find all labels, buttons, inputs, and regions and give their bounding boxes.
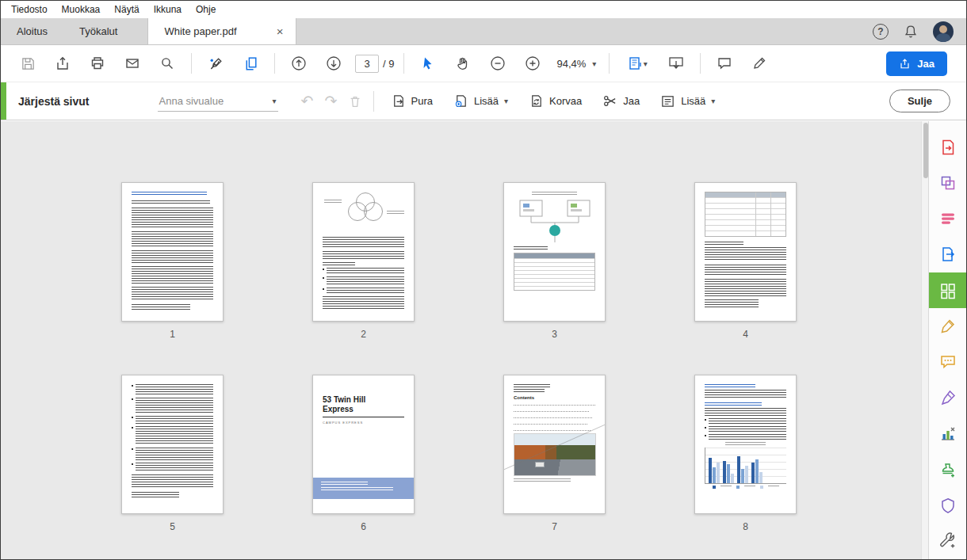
comment-tool-icon[interactable] [929, 345, 967, 380]
mini-bullet-row [705, 426, 786, 432]
replace-pages-button[interactable]: Korvaa [522, 89, 589, 113]
menu-ohje[interactable]: Ohje [189, 2, 223, 17]
zoom-level-dropdown[interactable]: 94,4% ▾ [550, 58, 602, 70]
share-file-icon[interactable] [50, 51, 75, 76]
page-cell: 3 [459, 182, 650, 340]
save-icon[interactable] [15, 51, 40, 76]
menu-muokkaa[interactable]: Muokkaa [55, 2, 108, 17]
delete-pages-icon[interactable] [343, 94, 367, 109]
zoom-in-icon[interactable] [520, 51, 545, 76]
mini-bullet-row [132, 398, 213, 413]
export-excel-icon[interactable] [929, 416, 967, 451]
page-thumbnails-area[interactable]: 1 [1, 121, 921, 559]
extract-pages-button[interactable]: Pura [384, 89, 440, 113]
organize-pages-icon[interactable] [929, 272, 967, 308]
tab-aloitus[interactable]: Aloitus [1, 18, 63, 44]
export-pdf-icon[interactable] [929, 129, 967, 165]
help-icon[interactable]: ? [873, 24, 889, 40]
print-icon[interactable] [85, 51, 110, 76]
mini-text-lines [132, 208, 213, 228]
comment-icon[interactable] [712, 51, 737, 76]
mini-heading [514, 246, 548, 250]
more-label: Lisää [681, 95, 705, 107]
fill-sign-icon[interactable] [929, 380, 967, 416]
split-pages-button[interactable]: Jaa [595, 89, 647, 113]
page-display-dropdown[interactable]: ▾ [621, 51, 654, 76]
insert-pages-button[interactable]: Lisää ▾ [446, 89, 515, 113]
close-tab-icon[interactable]: × [273, 24, 287, 39]
search-icon[interactable] [155, 51, 180, 76]
mini-text-lines [132, 304, 190, 311]
close-tool-button[interactable]: Sulje [889, 90, 950, 112]
menu-tiedosto[interactable]: Tiedosto [4, 2, 55, 17]
mini-leader-line [514, 421, 587, 425]
request-signature-icon[interactable] [203, 51, 228, 76]
page-thumbnail-6[interactable]: 53 Twin Hill Express CAMPUS EXPRESS [312, 375, 415, 514]
page-thumbnail-4[interactable] [694, 182, 797, 322]
mini-text-lines [705, 247, 786, 261]
page-thumbnail-5[interactable] [121, 375, 224, 514]
mini-heading [705, 384, 755, 387]
toolbar-separator [609, 53, 610, 74]
draw-pencil-icon[interactable] [747, 51, 772, 76]
page-thumbnail-7[interactable]: Contents [503, 375, 606, 514]
more-tools-icon[interactable] [929, 524, 967, 559]
protect-icon[interactable] [929, 488, 967, 524]
create-pdf-icon[interactable] [929, 165, 967, 200]
user-avatar[interactable] [933, 21, 954, 42]
mini-text-lines [705, 279, 786, 296]
tab-tyokalut[interactable]: Työkalut [63, 18, 133, 44]
previous-page-icon[interactable] [286, 51, 312, 76]
tab-bar: Aloitus Työkalut White paper.pdf × ? [1, 18, 966, 45]
mini-table [705, 192, 786, 237]
redo-icon[interactable]: ↷ [319, 93, 343, 109]
scrollbar-thumb[interactable] [923, 123, 928, 178]
edit-pdf-icon[interactable] [929, 308, 967, 344]
page-number-label: 3 [552, 329, 557, 340]
export-send-icon[interactable] [929, 237, 967, 272]
mini-heading [705, 402, 762, 406]
combine-files-icon[interactable] [929, 201, 967, 237]
zoom-out-icon[interactable] [485, 51, 510, 76]
page-range-dropdown[interactable]: Anna sivualue ▾ [158, 91, 278, 112]
menu-ikkuna[interactable]: Ikkuna [147, 2, 189, 17]
mini-bullet-row [323, 276, 404, 285]
pages-panel-icon[interactable] [238, 51, 263, 76]
tool-accent-bar [1, 82, 6, 120]
page-cell: 4 [650, 182, 841, 340]
page-cell: 8 [650, 375, 841, 532]
stamp-icon[interactable] [929, 451, 967, 487]
mini-heading [323, 262, 355, 265]
share-icon [899, 58, 911, 70]
mini-text-lines [323, 296, 404, 309]
mini-chart-title [725, 442, 766, 445]
page-thumbnail-8[interactable] [694, 375, 797, 514]
mini-text-lines [132, 250, 213, 263]
menu-nayta[interactable]: Näytä [107, 2, 146, 17]
mini-leader-line [514, 427, 591, 431]
page-thumbnail-2[interactable] [312, 182, 415, 322]
menubar: Tiedosto Muokkaa Näytä Ikkuna Ohje [1, 1, 966, 18]
hand-tool-icon[interactable] [450, 51, 476, 76]
presentation-mode-icon[interactable] [663, 51, 689, 76]
document-tab[interactable]: White paper.pdf × [147, 18, 296, 44]
share-button[interactable]: Jaa [886, 51, 947, 76]
extract-label: Pura [411, 95, 433, 107]
document-area: 1 [1, 121, 966, 559]
mini-text-lines [132, 266, 213, 284]
page-thumbnail-3[interactable] [503, 182, 606, 322]
mini-heading [514, 384, 550, 387]
zoom-level-value: 94,4% [556, 58, 586, 70]
next-page-icon[interactable] [321, 51, 346, 76]
vertical-scrollbar[interactable] [921, 121, 928, 559]
mini-text-lines [132, 231, 213, 247]
mini-leader-line [514, 402, 595, 406]
page-number-input[interactable] [355, 55, 379, 73]
page-thumbnail-1[interactable] [121, 182, 224, 322]
mini-bar-chart [705, 448, 786, 484]
email-icon[interactable] [120, 51, 145, 76]
undo-icon[interactable]: ↶ [296, 93, 319, 109]
select-tool-icon[interactable] [415, 51, 441, 76]
more-options-button[interactable]: Lisää ▾ [653, 89, 722, 113]
notifications-bell-icon[interactable] [903, 24, 919, 40]
